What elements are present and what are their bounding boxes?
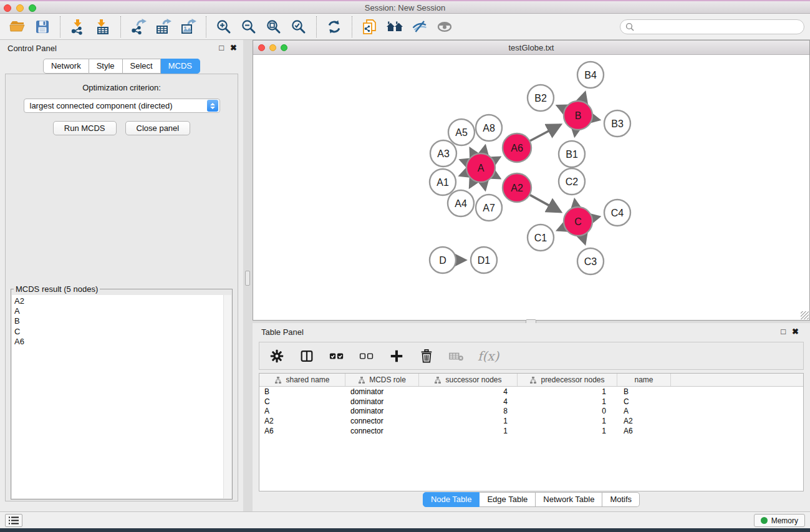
open-session-button[interactable] (7, 16, 28, 37)
cell[interactable]: A (259, 407, 345, 415)
close-table-panel-icon[interactable]: ✖ (792, 327, 799, 336)
cell[interactable]: 1 (518, 427, 617, 435)
graph-node-C3[interactable]: C3 (577, 248, 604, 274)
graph-edge-B-B1[interactable] (575, 130, 576, 136)
graph-node-B[interactable]: B (564, 101, 592, 130)
cell[interactable]: 4 (419, 387, 518, 396)
cell[interactable]: A (617, 407, 671, 415)
cell[interactable]: C (259, 397, 345, 406)
graph-edge-A6-B[interactable] (530, 125, 561, 141)
result-item-a[interactable]: A (14, 306, 223, 316)
tab-select[interactable]: Select (123, 59, 161, 74)
graph-node-B3[interactable]: B3 (604, 110, 630, 137)
table-row[interactable]: Bdominator41B (259, 387, 803, 397)
graph-node-A3[interactable]: A3 (430, 140, 456, 167)
graph-node-B2[interactable]: B2 (528, 85, 554, 111)
cell[interactable]: B (259, 387, 345, 396)
tab-node-table[interactable]: Node Table (423, 492, 480, 507)
import-table-button[interactable] (92, 16, 113, 37)
result-item-a2[interactable]: A2 (14, 296, 223, 306)
tab-mcds[interactable]: MCDS (161, 59, 200, 74)
network-canvas[interactable]: B4B2BB3A5A8A6A3AB1A1A2C2A4A7C4C1CC3DD1 (253, 55, 809, 320)
tab-motifs[interactable]: Motifs (602, 492, 640, 507)
graph-edge-A-A6[interactable] (494, 157, 499, 160)
export-network-button[interactable] (128, 16, 149, 37)
select-all-button[interactable] (328, 347, 345, 365)
new-network-from-selection-button[interactable] (359, 16, 380, 37)
graph-edge-A-A2[interactable] (494, 175, 499, 178)
graph-edge-B-B4[interactable] (582, 93, 585, 101)
window-resize-grip[interactable] (801, 311, 809, 319)
graph-node-A6[interactable]: A6 (503, 133, 531, 162)
save-session-button[interactable] (32, 16, 53, 37)
close-panel-button[interactable]: Close panel (125, 121, 191, 135)
cell[interactable]: A6 (617, 427, 671, 435)
graph-node-A2[interactable]: A2 (503, 173, 531, 202)
apply-layout-button[interactable] (324, 16, 345, 37)
graph-edge-A2-C[interactable] (530, 195, 561, 212)
result-item-a6[interactable]: A6 (14, 337, 223, 347)
graph-node-A4[interactable]: A4 (448, 190, 474, 216)
graph-node-A1[interactable]: A1 (430, 169, 456, 195)
cell[interactable]: 4 (419, 397, 518, 406)
graph-node-D[interactable]: D (430, 247, 456, 273)
cell[interactable]: 1 (419, 417, 518, 425)
zoom-out-button[interactable] (238, 16, 259, 37)
cell[interactable]: dominator (345, 397, 419, 406)
table-row[interactable]: A6connector11A6 (259, 426, 803, 436)
column-header-mcds-role[interactable]: MCDS role (345, 374, 419, 386)
close-panel-icon[interactable]: ✖ (230, 43, 237, 52)
show-columns-button[interactable] (298, 347, 316, 365)
graph-edge-C-C4[interactable] (592, 217, 599, 218)
memory-button[interactable]: Memory (754, 514, 805, 527)
result-list-scrollbar[interactable] (223, 295, 231, 498)
network-graph[interactable]: B4B2BB3A5A8A6A3AB1A1A2C2A4A7C4C1CC3DD1 (253, 55, 809, 320)
cell[interactable]: dominator (345, 407, 419, 415)
run-mcds-button[interactable]: Run MCDS (53, 121, 117, 135)
graph-node-A[interactable]: A (466, 153, 495, 182)
graph-node-C[interactable]: C (564, 207, 592, 236)
result-item-c[interactable]: C (14, 327, 223, 337)
graph-node-B4[interactable]: B4 (577, 62, 604, 88)
cell[interactable]: 1 (518, 417, 617, 425)
graph-edge-C-C2[interactable] (575, 200, 576, 207)
graph-node-C4[interactable]: C4 (604, 200, 630, 226)
column-header-shared-name[interactable]: shared name (259, 374, 345, 386)
import-network-button[interactable] (67, 16, 89, 37)
graph-edge-C-C1[interactable] (558, 228, 564, 231)
cell[interactable]: 1 (518, 387, 617, 396)
graph-edge-B-B3[interactable] (593, 118, 599, 120)
task-history-button[interactable] (5, 514, 22, 527)
cell[interactable]: 1 (518, 397, 617, 406)
node-table[interactable]: shared nameMCDS rolesuccessor nodesprede… (259, 373, 804, 491)
graph-node-B1[interactable]: B1 (559, 141, 585, 167)
tab-edge-table[interactable]: Edge Table (480, 492, 536, 507)
column-header-name[interactable]: name (617, 374, 671, 386)
graph-edge-A-A4[interactable] (470, 181, 474, 187)
export-table-button[interactable] (153, 16, 174, 37)
table-row[interactable]: Adominator80A (259, 406, 803, 416)
column-header-predecessor-nodes[interactable]: predecessor nodes (518, 374, 617, 386)
cell[interactable]: connector (345, 427, 419, 435)
hide-selected-button[interactable] (409, 16, 430, 37)
export-image-button[interactable] (178, 16, 199, 37)
zoom-selected-button[interactable] (288, 16, 309, 37)
graph-node-D1[interactable]: D1 (471, 247, 497, 273)
vertical-splitter-handle[interactable] (245, 271, 250, 286)
graph-edge-A-A3[interactable] (461, 160, 467, 163)
table-settings-button[interactable] (268, 347, 286, 365)
graph-edge-A-A7[interactable] (484, 183, 485, 190)
cell[interactable]: B (617, 387, 671, 396)
criterion-dropdown[interactable]: largest connected component (directed) (24, 99, 220, 113)
float-table-panel-icon[interactable]: □ (781, 327, 786, 336)
tab-network[interactable]: Network (43, 59, 89, 74)
column-header-successor-nodes[interactable]: successor nodes (419, 374, 518, 386)
zoom-in-button[interactable] (213, 16, 234, 37)
graph-edge-B-B2[interactable] (557, 106, 564, 109)
cell[interactable]: A6 (259, 427, 345, 435)
float-panel-icon[interactable]: □ (219, 43, 224, 52)
zoom-fit-button[interactable] (263, 16, 284, 37)
search-field[interactable] (620, 19, 804, 34)
vertical-splitter[interactable] (243, 40, 253, 511)
cell[interactable]: connector (345, 417, 419, 425)
